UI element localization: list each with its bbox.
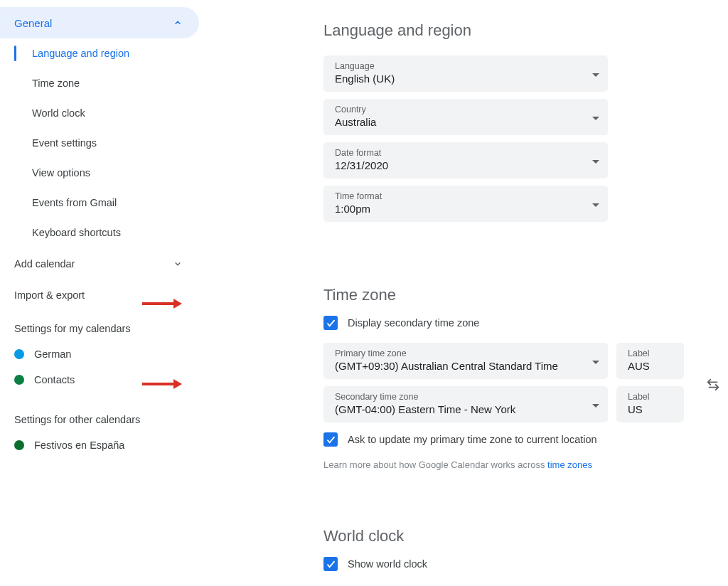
time-format-select[interactable]: Time format 1:00pm [323, 186, 608, 222]
chevron-down-icon [171, 257, 185, 271]
sidebar-calendar-festivos[interactable]: Festivos en España [0, 432, 199, 458]
sidebar-item-add-calendar[interactable]: Add calendar [0, 247, 199, 280]
settings-main: Language and region Language English (UK… [199, 0, 728, 586]
sidebar-item-label: Event settings [32, 137, 97, 149]
section-title-language-region: Language and region [323, 21, 700, 40]
input-label: Label [628, 392, 673, 402]
sidebar-item-label: World clock [32, 107, 85, 119]
settings-sidebar: General Language and region Time zone Wo… [0, 0, 199, 586]
calendar-color-dot [14, 349, 24, 359]
calendar-color-dot [14, 375, 24, 385]
sidebar-item-label: Language and region [32, 48, 129, 59]
secondary-tz-select[interactable]: Secondary time zone (GMT-04:00) Eastern … [323, 386, 608, 422]
primary-tz-label-input[interactable]: Label AUS [616, 343, 684, 379]
dropdown-arrow-icon [592, 68, 599, 80]
calendar-color-dot [14, 440, 24, 450]
dropdown-arrow-icon [592, 356, 599, 367]
sidebar-item-label: Import & export [14, 289, 85, 301]
country-select[interactable]: Country Australia [323, 99, 608, 135]
swap-timezones-button[interactable] [705, 377, 721, 395]
sidebar-item-events-gmail[interactable]: Events from Gmail [0, 188, 199, 218]
sidebar-item-label: Add calendar [14, 258, 75, 270]
annotation-arrow-icon [142, 298, 182, 309]
show-world-clock-checkbox[interactable] [323, 557, 338, 571]
sidebar-calendar-german[interactable]: German [0, 341, 199, 367]
select-value: 12/31/2020 [335, 159, 596, 171]
input-value: US [628, 403, 673, 415]
sidebar-section-label: General [14, 17, 52, 29]
select-value: (GMT+09:30) Australian Central Standard … [335, 360, 596, 372]
sidebar-item-label: Events from Gmail [32, 197, 117, 208]
dropdown-arrow-icon [592, 399, 599, 410]
sidebar-calendar-label: Contacts [34, 374, 75, 385]
section-title-world-clock: World clock [323, 527, 700, 545]
sidebar-item-language-region[interactable]: Language and region [0, 38, 199, 68]
timezone-help-text: Learn more about how Google Calendar wor… [323, 459, 700, 470]
select-value: 1:00pm [335, 203, 596, 215]
timezone-help-link[interactable]: time zones [547, 459, 592, 470]
date-format-select[interactable]: Date format 12/31/2020 [323, 142, 608, 179]
secondary-tz-label-input[interactable]: Label US [616, 386, 684, 422]
select-label: Secondary time zone [335, 392, 596, 402]
chevron-up-icon [171, 16, 185, 30]
svg-marker-3 [173, 379, 182, 389]
sidebar-item-label: Keyboard shortcuts [32, 227, 121, 238]
select-value: (GMT-04:00) Eastern Time - New York [335, 403, 596, 415]
ask-update-tz-checkbox[interactable] [323, 432, 338, 447]
sidebar-item-time-zone[interactable]: Time zone [0, 68, 199, 98]
checkbox-label: Show world clock [348, 558, 427, 570]
select-label: Time format [335, 191, 596, 201]
select-label: Primary time zone [335, 348, 596, 358]
sidebar-heading-other-calendars: Settings for other calendars [0, 393, 199, 432]
select-value: English (UK) [335, 73, 596, 85]
checkbox-label: Display secondary time zone [348, 317, 479, 329]
language-select[interactable]: Language English (UK) [323, 55, 608, 92]
sidebar-item-keyboard-shortcuts[interactable]: Keyboard shortcuts [0, 218, 199, 247]
primary-tz-select[interactable]: Primary time zone (GMT+09:30) Australian… [323, 343, 608, 379]
select-label: Country [335, 105, 596, 114]
section-title-time-zone: Time zone [323, 286, 700, 304]
sidebar-heading-my-calendars: Settings for my calendars [0, 310, 199, 341]
sidebar-item-event-settings[interactable]: Event settings [0, 128, 199, 158]
input-value: AUS [628, 360, 673, 372]
select-label: Language [335, 61, 596, 71]
sidebar-item-world-clock[interactable]: World clock [0, 98, 199, 128]
sidebar-item-view-options[interactable]: View options [0, 158, 199, 188]
dropdown-arrow-icon [592, 155, 599, 166]
sidebar-item-label: Time zone [32, 78, 80, 89]
svg-marker-1 [173, 299, 182, 309]
sidebar-section-general[interactable]: General [0, 7, 199, 38]
dropdown-arrow-icon [592, 112, 599, 123]
select-label: Date format [335, 148, 596, 158]
display-secondary-tz-checkbox[interactable] [323, 316, 338, 330]
dropdown-arrow-icon [592, 198, 599, 210]
select-value: Australia [335, 116, 596, 128]
checkbox-label: Ask to update my primary time zone to cu… [348, 434, 597, 445]
sidebar-item-label: View options [32, 167, 90, 179]
sidebar-calendar-label: German [34, 348, 71, 360]
input-label: Label [628, 348, 673, 358]
annotation-arrow-icon [142, 378, 182, 390]
sidebar-calendar-label: Festivos en España [34, 440, 124, 451]
